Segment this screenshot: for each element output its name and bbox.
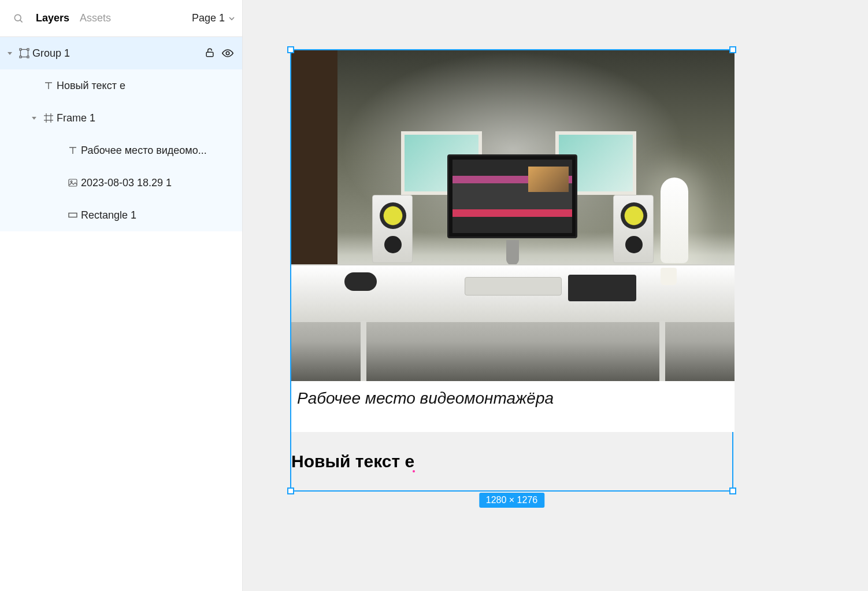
layer-label: Новый текст е [57, 80, 234, 92]
svg-line-1 [20, 20, 23, 22]
svg-rect-6 [27, 56, 29, 58]
layer-row-img1[interactable]: 2023-08-03 18.29 1 [0, 167, 242, 199]
layer-label: Рабочее место видеомо... [81, 145, 234, 157]
selection-bounds[interactable]: Рабочее место видеомонтажёра Новый текст… [290, 49, 733, 492]
frame-icon [40, 113, 57, 123]
panel-header: Layers Assets Page 1 [0, 0, 242, 37]
layer-row-group1[interactable]: Group 1 [0, 37, 242, 69]
chevron-down-icon [228, 15, 235, 22]
selection-dimensions-badge: 1280 × 1276 [479, 493, 544, 508]
canvas-image[interactable] [291, 50, 735, 381]
layer-row-actions [204, 47, 234, 60]
layers-panel: Layers Assets Page 1 Group 1Новый текст … [0, 0, 243, 591]
canvas-marker-dot [413, 470, 415, 472]
image-icon [65, 178, 81, 188]
svg-rect-11 [206, 52, 213, 57]
layer-row-rect1[interactable]: Rectangle 1 [0, 199, 242, 231]
selection-handle-bl[interactable] [287, 487, 294, 494]
layer-row-text1[interactable]: Новый текст е [0, 69, 242, 102]
layer-label: 2023-08-03 18.29 1 [81, 177, 234, 189]
layer-caret-icon[interactable] [28, 114, 40, 121]
panel-tabs: Layers Assets [36, 12, 111, 24]
canvas[interactable]: Рабочее место видеомонтажёра Новый текст… [243, 0, 868, 591]
svg-marker-2 [8, 52, 12, 55]
selection-handle-tl[interactable] [287, 46, 294, 53]
svg-rect-4 [27, 49, 29, 50]
canvas-caption-text[interactable]: Рабочее место видеомонтажёра [291, 381, 735, 432]
page-selector-label: Page 1 [192, 12, 225, 24]
rectangle-icon [65, 210, 81, 220]
selection-handle-br[interactable] [729, 487, 736, 494]
text-icon [65, 145, 81, 156]
svg-rect-22 [69, 179, 77, 186]
layer-row-frame1[interactable]: Frame 1 [0, 102, 242, 134]
search-icon[interactable] [12, 12, 25, 25]
selection-handle-tr[interactable] [729, 46, 736, 53]
svg-point-23 [71, 181, 72, 183]
tab-layers[interactable]: Layers [36, 12, 69, 24]
tab-assets[interactable]: Assets [80, 12, 111, 24]
svg-rect-24 [69, 213, 77, 217]
unlock-icon[interactable] [204, 47, 216, 60]
svg-marker-15 [32, 117, 36, 120]
svg-point-12 [226, 51, 229, 55]
layer-label: Rectangle 1 [81, 209, 234, 221]
svg-point-0 [14, 14, 21, 21]
layer-caret-icon[interactable] [3, 50, 16, 57]
group-icon [16, 48, 32, 58]
canvas-text-below[interactable]: Новый текст е [291, 450, 414, 472]
layer-list[interactable]: Group 1Новый текст еFrame 1Рабочее место… [0, 37, 242, 591]
visibility-icon[interactable] [221, 47, 234, 60]
svg-rect-3 [20, 49, 21, 50]
page-selector[interactable]: Page 1 [192, 12, 235, 24]
layer-label: Group 1 [32, 47, 204, 60]
text-icon [40, 80, 57, 91]
canvas-frame-1[interactable]: Рабочее место видеомонтажёра [291, 50, 735, 432]
layer-row-text2[interactable]: Рабочее место видеомо... [0, 134, 242, 167]
layer-label: Frame 1 [57, 112, 234, 124]
svg-rect-5 [20, 56, 21, 58]
